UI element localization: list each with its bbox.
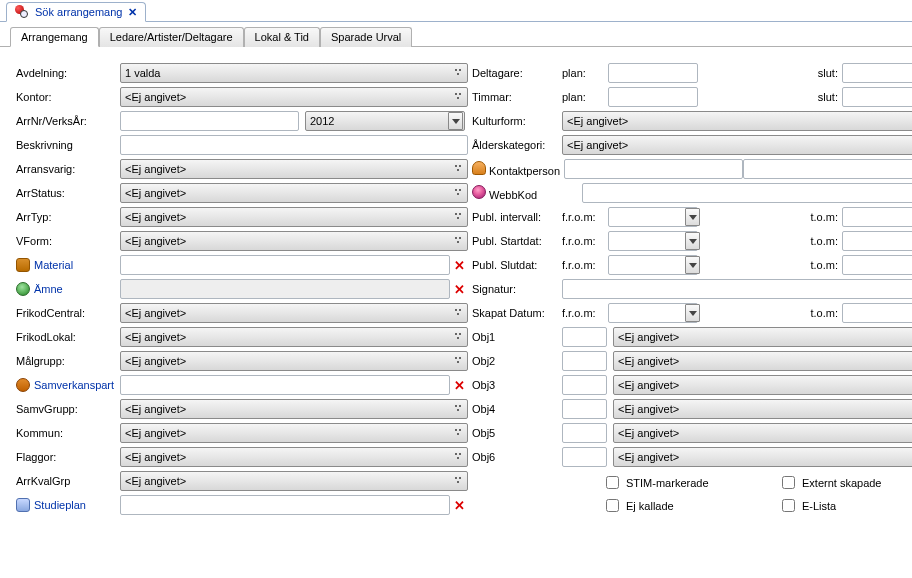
kontaktperson-input-1[interactable] <box>564 159 743 179</box>
arrstatus-combo[interactable]: <Ej angivet> <box>120 183 468 203</box>
amne-input[interactable] <box>120 279 450 299</box>
arrnr-input[interactable] <box>120 111 299 131</box>
beskrivning-input[interactable] <box>120 135 468 155</box>
kommun-combo[interactable]: <Ej angivet> <box>120 423 468 443</box>
obj4-input[interactable] <box>562 399 607 419</box>
material-clear-button[interactable]: ✕ <box>450 258 468 273</box>
publ-slutdat-to-combo[interactable] <box>842 255 912 275</box>
publ-intervall-to-label: t.o.m: <box>796 211 842 223</box>
arrtyp-combo[interactable]: <Ej angivet> <box>120 207 468 227</box>
obj3-input[interactable] <box>562 375 607 395</box>
webbkod-link[interactable]: WebbKod <box>472 185 582 201</box>
samverkanspart-link[interactable]: Samverkanspart <box>16 378 120 392</box>
stim-markerade-checkbox[interactable]: STIM-markerade <box>602 473 742 492</box>
samvgrupp-combo[interactable]: <Ej angivet> <box>120 399 468 419</box>
kontaktperson-input-2[interactable] <box>743 159 912 179</box>
obj5-combo[interactable]: <Ej angivet> <box>613 423 912 443</box>
obj1-combo[interactable]: <Ej angivet> <box>613 327 912 347</box>
studieplan-input[interactable] <box>120 495 450 515</box>
signatur-input[interactable] <box>562 279 912 299</box>
chevron-down-icon <box>685 208 700 226</box>
publ-slutdat-from-label: f.r.o.m: <box>562 259 608 271</box>
malgrupp-label: Målgrupp: <box>16 355 120 367</box>
amne-link[interactable]: Ämne <box>16 282 120 296</box>
samverkanspart-input[interactable] <box>120 375 450 395</box>
frikodlokal-combo[interactable]: <Ej angivet> <box>120 327 468 347</box>
kontor-combo[interactable]: <Ej angivet> <box>120 87 468 107</box>
samverkanspart-clear-button[interactable]: ✕ <box>450 378 468 393</box>
verksar-combo[interactable]: 2012 <box>305 111 465 131</box>
form-tab-strip: Arrangemang Ledare/Artister/Deltagare Lo… <box>0 22 912 47</box>
chevron-down-icon <box>685 304 700 322</box>
skapat-datum-label: Skapat Datum: <box>472 307 562 319</box>
obj2-input[interactable] <box>562 351 607 371</box>
skapat-to-combo[interactable] <box>842 303 912 323</box>
frikodcentral-combo[interactable]: <Ej angivet> <box>120 303 468 323</box>
document-tab-bar: Sök arrangemang ✕ <box>0 0 912 22</box>
arrstatus-label: ArrStatus: <box>16 187 120 199</box>
arransvarig-label: Arransvarig: <box>16 163 120 175</box>
close-icon[interactable]: ✕ <box>128 6 137 19</box>
publ-slutdat-to-label: t.o.m: <box>796 259 842 271</box>
frikodlokal-label: FrikodLokal: <box>16 331 120 343</box>
deltagare-plan-input[interactable] <box>608 63 698 83</box>
e-lista-checkbox[interactable]: E-Lista <box>778 496 912 515</box>
amne-clear-button[interactable]: ✕ <box>450 282 468 297</box>
checkbox-group: STIM-markerade Externt skapade Ej kallad… <box>602 469 912 515</box>
alderskategori-combo[interactable]: <Ej angivet> <box>562 135 912 155</box>
publ-intervall-to-combo[interactable] <box>842 207 912 227</box>
tab-sparade-urval[interactable]: Sparade Urval <box>320 27 412 47</box>
arransvarig-combo[interactable]: <Ej angivet> <box>120 159 468 179</box>
person-icon <box>472 161 486 175</box>
obj3-combo[interactable]: <Ej angivet> <box>613 375 912 395</box>
web-icon <box>472 185 486 199</box>
publ-startdat-to-label: t.o.m: <box>796 235 842 247</box>
chevron-down-icon <box>685 256 700 274</box>
publ-intervall-from-combo[interactable] <box>608 207 698 227</box>
flaggor-label: Flaggor: <box>16 451 120 463</box>
deltagare-slut-input[interactable] <box>842 63 912 83</box>
avdelning-combo[interactable]: 1 valda <box>120 63 468 83</box>
timmar-plan-input[interactable] <box>608 87 698 107</box>
publ-startdat-from-combo[interactable] <box>608 231 698 251</box>
publ-slutdat-from-combo[interactable] <box>608 255 698 275</box>
timmar-slut-input[interactable] <box>842 87 912 107</box>
document-tab-sok-arrangemang[interactable]: Sök arrangemang ✕ <box>6 2 146 22</box>
ej-kallade-checkbox[interactable]: Ej kallade <box>602 496 742 515</box>
studieplan-clear-button[interactable]: ✕ <box>450 498 468 513</box>
obj5-input[interactable] <box>562 423 607 443</box>
obj6-input[interactable] <box>562 447 607 467</box>
material-link[interactable]: Material <box>16 258 120 272</box>
tab-lokal-tid[interactable]: Lokal & Tid <box>244 27 320 47</box>
signatur-label: Signatur: <box>472 283 562 295</box>
externt-skapade-checkbox[interactable]: Externt skapade <box>778 473 912 492</box>
tab-arrangemang[interactable]: Arrangemang <box>10 27 99 47</box>
obj6-combo[interactable]: <Ej angivet> <box>613 447 912 467</box>
kontaktperson-link[interactable]: Kontaktperson <box>472 161 564 177</box>
webbkod-input[interactable] <box>582 183 912 203</box>
obj4-label: Obj4 <box>472 403 562 415</box>
flaggor-combo[interactable]: <Ej angivet> <box>120 447 468 467</box>
arrnr-label: ArrNr/VerksÅr: <box>16 115 120 127</box>
timmar-slut-label: slut: <box>796 91 842 103</box>
vform-combo[interactable]: <Ej angivet> <box>120 231 468 251</box>
publ-startdat-to-combo[interactable] <box>842 231 912 251</box>
skapat-to-label: t.o.m: <box>796 307 842 319</box>
obj4-combo[interactable]: <Ej angivet> <box>613 399 912 419</box>
obj1-input[interactable] <box>562 327 607 347</box>
malgrupp-combo[interactable]: <Ej angivet> <box>120 351 468 371</box>
tab-ledare[interactable]: Ledare/Artister/Deltagare <box>99 27 244 47</box>
skapat-from-combo[interactable] <box>608 303 698 323</box>
obj2-combo[interactable]: <Ej angivet> <box>613 351 912 371</box>
kulturform-combo[interactable]: <Ej angivet> <box>562 111 912 131</box>
alderskategori-label: Ålderskategori: <box>472 139 562 151</box>
chevron-multi-icon <box>453 91 463 103</box>
obj3-label: Obj3 <box>472 379 562 391</box>
chevron-multi-icon <box>453 163 463 175</box>
left-column: Avdelning: 1 valda Kontor: <Ej angivet> … <box>16 61 468 517</box>
material-input[interactable] <box>120 255 450 275</box>
studieplan-link[interactable]: Studieplan <box>16 498 120 512</box>
deltagare-plan-label: plan: <box>562 67 608 79</box>
arrkvalgrp-combo[interactable]: <Ej angivet> <box>120 471 468 491</box>
samvgrupp-label: SamvGrupp: <box>16 403 120 415</box>
